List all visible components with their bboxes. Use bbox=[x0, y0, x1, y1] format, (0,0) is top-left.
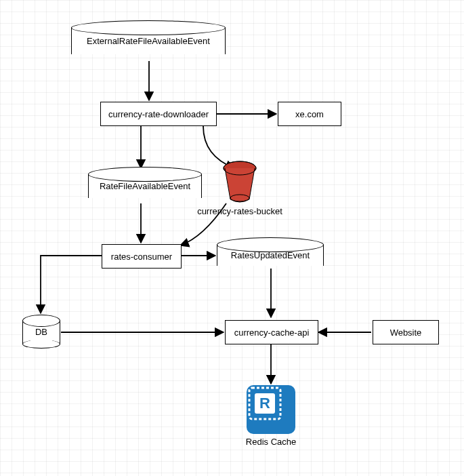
consumer-label: rates-consumer bbox=[111, 252, 172, 262]
currency-rates-bucket-node: currency-rates-bucket bbox=[221, 160, 259, 214]
bucket-icon bbox=[221, 160, 259, 206]
svg-point-11 bbox=[230, 195, 249, 201]
xe-label: xe.com bbox=[295, 109, 324, 119]
rates-consumer-node: rates-consumer bbox=[102, 244, 182, 269]
rate-event-label: RateFileAvailableEvent bbox=[88, 174, 202, 198]
redis-label: Redis Cache bbox=[246, 437, 296, 447]
xe-com-node: xe.com bbox=[278, 102, 341, 126]
updated-event-label: RatesUpdatedEvent bbox=[217, 244, 324, 266]
redis-cache-node: R Redis Cache bbox=[247, 385, 295, 434]
rates-updated-event-node: RatesUpdatedEvent bbox=[217, 244, 324, 266]
bucket-label: currency-rates-bucket bbox=[197, 206, 282, 216]
website-label: Website bbox=[390, 328, 422, 338]
rate-file-available-event-node: RateFileAvailableEvent bbox=[88, 174, 202, 198]
svg-text:R: R bbox=[259, 395, 270, 412]
downloader-label: currency-rate-downloader bbox=[108, 109, 209, 119]
external-rate-file-available-event-node: ExternalRateFileAvailableEvent bbox=[71, 27, 226, 54]
cache-api-label: currency-cache-api bbox=[234, 328, 310, 338]
db-label: DB bbox=[22, 315, 60, 349]
currency-rate-downloader-node: currency-rate-downloader bbox=[100, 102, 217, 126]
db-node: DB bbox=[22, 315, 60, 349]
redis-icon: R bbox=[247, 385, 295, 434]
external-event-label: ExternalRateFileAvailableEvent bbox=[71, 27, 226, 54]
arrows-layer bbox=[0, 0, 464, 476]
website-node: Website bbox=[373, 320, 439, 344]
currency-cache-api-node: currency-cache-api bbox=[225, 320, 318, 344]
